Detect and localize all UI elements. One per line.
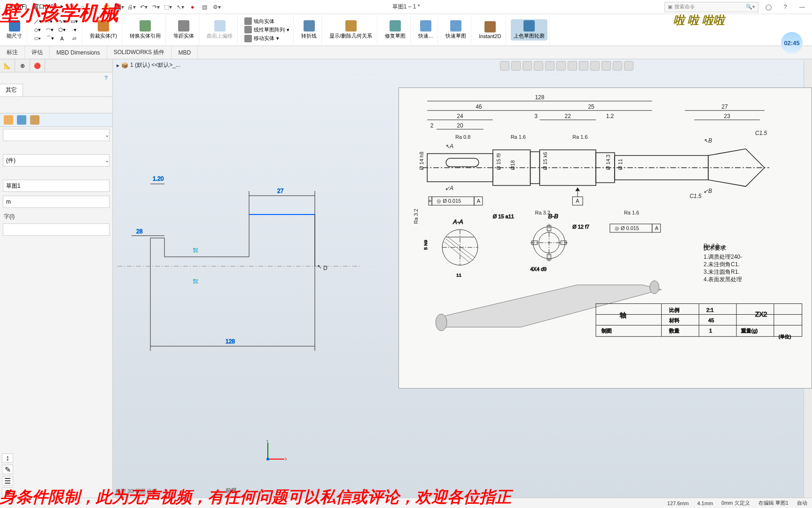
svg-line-94 [444,242,469,262]
command-search[interactable]: ▣ 搜索命令 🔍▾ [664,2,758,12]
svg-point-28 [266,458,269,460]
arc-tool-icon[interactable]: ◠▾ [44,26,55,34]
instant2d-button[interactable]: Instant2D [476,20,504,40]
tab-mbd[interactable]: MBD [172,46,198,59]
pm-footer-1-icon[interactable]: ↕ [2,453,13,463]
search-dropdown-icon[interactable]: 🔍▾ [746,4,755,10]
point-tool-icon[interactable]: ·▾ [69,26,80,34]
offset-button[interactable]: 等距实体 [171,19,197,40]
pm-component-combo[interactable]: (件)⌄ [3,154,109,167]
view-triad[interactable]: X Y [263,440,287,464]
pm-tab-display-icon[interactable]: 🔴 [30,59,45,72]
polygon-tool-icon[interactable]: ⬡▾ [56,26,68,34]
svg-line-92 [446,239,473,261]
pm-sketch-name-field[interactable]: 草图1 [3,180,109,192]
svg-text:Ø 11: Ø 11 [617,159,623,170]
print-icon[interactable]: 🖨▾ [126,2,137,12]
select-icon[interactable]: ⬚▾ [163,2,173,12]
pm-other-tab[interactable]: 其它 [0,84,23,96]
svg-text:A: A [655,225,659,231]
svg-text:23: 23 [724,113,731,119]
minimize-icon[interactable]: — [795,2,809,12]
hut-3-icon[interactable] [523,61,532,71]
svg-text:Ø 14 h8: Ø 14 h8 [419,151,424,170]
hut-5-icon[interactable] [545,61,554,71]
svg-text:Ø 15 a11: Ø 15 a11 [493,214,514,219]
breadcrumb[interactable]: ▸📦1 (默认) <<默认>_... [117,61,180,69]
pm-combo-1[interactable]: ⌄ [3,129,109,141]
jog-button[interactable]: 转折线 [298,19,320,40]
pm-help-icon[interactable]: ? [104,75,108,81]
svg-text:Ra 1.6: Ra 1.6 [572,134,587,140]
plane-tool-icon[interactable]: ▱ [69,34,80,43]
svg-text:1.20: 1.20 [153,175,164,182]
fillet-tool-icon[interactable]: ⌒▾ [44,34,55,43]
svg-text:Ø18: Ø18 [510,160,515,170]
chevron-down-icon: ⌄ [105,157,109,164]
hut-7-icon[interactable] [568,61,577,71]
svg-text:27: 27 [722,103,728,110]
hut-2-icon[interactable] [511,61,521,71]
hut-6-icon[interactable] [556,61,566,71]
hut-9-icon[interactable] [590,61,600,71]
svg-text:B-B: B-B [548,213,558,220]
tab-annotate[interactable]: 标注 [0,46,25,59]
shade-sketch-button[interactable]: 上色草图轮廓 [511,19,547,40]
graphics-area[interactable]: ▸📦1 (默认) <<默认>_... 27 [113,59,812,498]
hut-4-icon[interactable] [534,61,543,71]
mirror-button[interactable]: 镜向实体 [243,17,275,25]
hut-12-icon[interactable] [624,61,633,71]
svg-text:轴: 轴 [620,311,626,319]
relations-button[interactable]: 显示/删除几何关系 [327,19,375,40]
hut-8-icon[interactable] [579,61,588,71]
surface-offset-button[interactable]: 曲面上偏移 [204,19,235,40]
document-title: 草图1 – 1 * [392,3,420,11]
pm-tool-3-icon[interactable] [30,115,39,125]
tab-evaluate[interactable]: 评估 [25,46,50,59]
settings-icon[interactable]: ⚙▾ [212,2,222,12]
cursor-icon[interactable]: ↖▾ [175,2,186,12]
move-button[interactable]: 移动实体▾ [243,34,280,43]
options-icon[interactable]: ▤ [200,2,210,12]
pm-footer-3-icon[interactable]: ☰ [2,476,13,485]
pattern-button[interactable]: 线性草图阵列▾ [243,25,290,34]
hut-11-icon[interactable] [613,61,622,71]
video-overlay-bottom: 身条件限制，此为无声视频，有任何问题可以私信或评论，欢迎各位指正 [0,486,812,508]
convert-button[interactable]: 转换实体引用 [127,19,164,40]
tab-addins[interactable]: SOLIDWORKS 插件 [107,46,172,59]
rect-tool-icon[interactable]: ◇▾ [32,26,43,34]
svg-point-110 [650,281,659,294]
pm-tab-feature-icon[interactable]: 📐 [0,59,15,72]
user-icon[interactable]: ◯ [761,2,775,12]
repair-button[interactable]: 修复草图 [382,19,408,40]
svg-text:制图: 制图 [601,328,612,333]
pm-unit-field[interactable]: m [3,196,109,208]
pm-footer-2-icon[interactable]: ✎ [2,465,13,474]
redo-icon[interactable]: ↷▾ [151,2,161,12]
svg-rect-21 [194,279,197,283]
ellipse-tool-icon[interactable]: ⬭▾ [32,34,43,43]
quick-sketch-button[interactable]: 快速草图 [443,19,469,40]
help-icon[interactable]: ? [778,2,792,12]
svg-text:Ra 1.6: Ra 1.6 [624,210,639,215]
tab-mbd-dims[interactable]: MBD Dimensions [50,46,107,59]
hut-1-icon[interactable] [500,61,509,71]
undo-icon[interactable]: ↶▾ [139,2,149,12]
svg-text:↖B: ↖B [703,137,712,144]
quick-button[interactable]: 快速... [415,19,436,40]
svg-text:材料: 材料 [669,318,679,323]
svg-text:C1.5: C1.5 [755,130,767,136]
pm-tab-config-icon[interactable]: ⊕ [15,59,30,72]
rebuild-icon[interactable]: ● [187,2,198,12]
svg-text:22: 22 [565,113,571,119]
hut-10-icon[interactable] [601,61,611,71]
svg-text:技术要求: 技术要求 [703,245,726,251]
pm-tool-1-icon[interactable] [4,115,13,125]
svg-text:Ø 12 f7: Ø 12 f7 [572,224,589,230]
text-tool-icon[interactable]: A [56,34,68,43]
svg-text:28: 28 [136,228,143,235]
svg-text:(单位): (单位) [779,334,791,339]
pm-name-field[interactable] [3,223,109,236]
video-overlay-title: 壁小孩学机械 [0,0,118,26]
pm-tool-2-icon[interactable] [17,115,26,125]
